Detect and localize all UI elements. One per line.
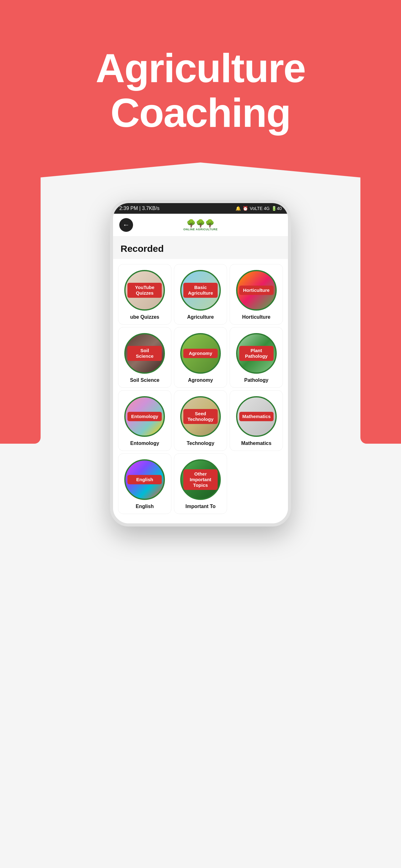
status-time: 2:39 PM | 3.7KB/s (119, 206, 160, 211)
category-item-horticulture[interactable]: HorticultureHorticulture (230, 264, 283, 324)
app-header: ← 🌳🌳🌳 ONLINE AGRICULTURE (113, 214, 288, 237)
network-indicator: VoLTE 4G (250, 206, 270, 211)
status-bar: 2:39 PM | 3.7KB/s 🔔 ⏰ VoLTE 4G 🔋40 (113, 203, 288, 214)
logo-text: ONLINE AGRICULTURE (183, 228, 218, 231)
category-circle-other-important: Other Important Topics (180, 459, 221, 500)
header-background: Agriculture Coaching (0, 0, 401, 181)
phone-wrapper: 2:39 PM | 3.7KB/s 🔔 ⏰ VoLTE 4G 🔋40 ← 🌳🌳🌳… (0, 200, 401, 526)
back-button[interactable]: ← (119, 218, 133, 232)
battery-indicator: 🔋40 (271, 206, 282, 211)
category-name-horticulture: Horticulture (242, 314, 270, 320)
phone-frame: 2:39 PM | 3.7KB/s 🔔 ⏰ VoLTE 4G 🔋40 ← 🌳🌳🌳… (110, 200, 291, 526)
page-title: Recorded (121, 243, 164, 254)
status-icons: 🔔 ⏰ VoLTE 4G 🔋40 (235, 206, 282, 211)
category-overlay-other-important: Other Important Topics (183, 469, 218, 490)
category-overlay-youtube-quizzes: YouTube Quizzes (127, 283, 162, 298)
category-overlay-seed-technology: Seed Technology (183, 409, 218, 424)
category-name-entomology: Entomology (130, 440, 159, 446)
header-title: Agriculture Coaching (96, 46, 305, 135)
category-circle-horticulture: Horticulture (236, 270, 277, 311)
category-item-basic-agriculture[interactable]: Basic AgricultureAgriculture (174, 264, 227, 324)
notification-icon: 🔔 (235, 206, 241, 211)
page-title-bar: Recorded (113, 237, 288, 259)
category-circle-youtube-quizzes: YouTube Quizzes (124, 270, 165, 311)
category-circle-plant-pathology: Plant Pathology (236, 333, 277, 374)
category-item-youtube-quizzes[interactable]: YouTube Quizzesube Quizzes (118, 264, 171, 324)
category-overlay-agronomy: Agronomy (183, 349, 218, 358)
category-item-mathematics[interactable]: MathematicsMathematics (230, 390, 283, 451)
category-overlay-plant-pathology: Plant Pathology (239, 346, 274, 361)
category-name-seed-technology: Technology (187, 440, 214, 446)
category-circle-seed-technology: Seed Technology (180, 396, 221, 437)
category-name-plant-pathology: Pathology (244, 377, 268, 383)
category-overlay-mathematics: Mathematics (239, 412, 274, 421)
category-circle-mathematics: Mathematics (236, 396, 277, 437)
category-overlay-soil-science: Soil Science (127, 346, 162, 361)
category-overlay-english: English (127, 475, 162, 484)
category-circle-english: English (124, 459, 165, 500)
category-name-other-important: Important To (186, 504, 216, 509)
category-name-soil-science: Soil Science (130, 377, 159, 383)
category-overlay-entomology: Entomology (127, 412, 162, 421)
category-overlay-horticulture: Horticulture (239, 286, 274, 295)
category-circle-agronomy: Agronomy (180, 333, 221, 374)
category-circle-basic-agriculture: Basic Agriculture (180, 270, 221, 311)
category-name-english: English (136, 504, 154, 509)
category-name-mathematics: Mathematics (241, 440, 271, 446)
category-item-soil-science[interactable]: Soil ScienceSoil Science (118, 327, 171, 388)
categories-grid: YouTube Quizzesube QuizzesBasic Agricult… (113, 259, 288, 523)
logo-icon: 🌳🌳🌳 (187, 219, 214, 228)
category-circle-entomology: Entomology (124, 396, 165, 437)
category-name-agronomy: Agronomy (188, 377, 213, 383)
category-item-other-important[interactable]: Other Important TopicsImportant To (174, 453, 227, 514)
category-item-entomology[interactable]: EntomologyEntomology (118, 390, 171, 451)
category-item-plant-pathology[interactable]: Plant PathologyPathology (230, 327, 283, 388)
category-item-seed-technology[interactable]: Seed TechnologyTechnology (174, 390, 227, 451)
category-item-english[interactable]: EnglishEnglish (118, 453, 171, 514)
app-logo: 🌳🌳🌳 ONLINE AGRICULTURE (183, 219, 218, 231)
category-circle-soil-science: Soil Science (124, 333, 165, 374)
category-item-agronomy[interactable]: AgronomyAgronomy (174, 327, 227, 388)
category-overlay-basic-agriculture: Basic Agriculture (183, 283, 218, 298)
category-name-basic-agriculture: Agriculture (187, 314, 213, 320)
category-name-youtube-quizzes: ube Quizzes (130, 314, 159, 320)
alarm-icon: ⏰ (243, 206, 248, 211)
